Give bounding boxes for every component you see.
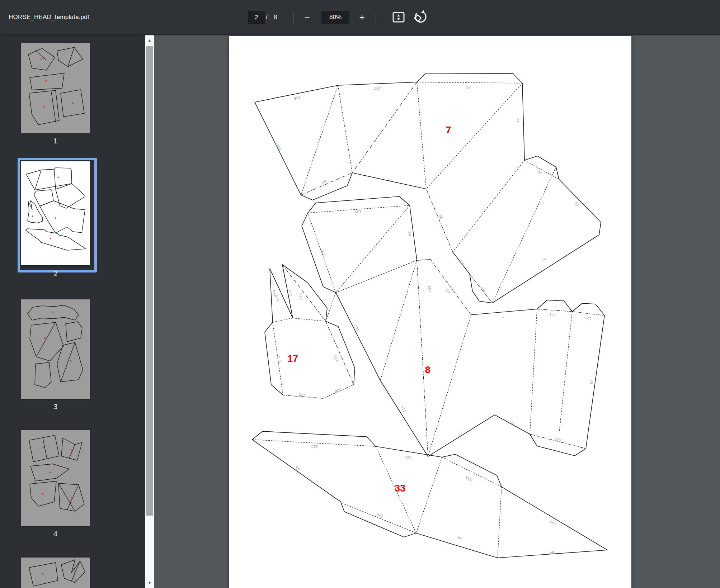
pdf-viewer-area: 1681571336248574966996288367133136681321…	[154, 35, 720, 588]
rotate-button[interactable]	[412, 9, 428, 25]
page-total: 8	[274, 0, 277, 34]
part-number-label: 17	[287, 353, 298, 364]
thumbnail-sidebar: 1 2	[0, 35, 145, 588]
edge-number-label: 157	[374, 86, 381, 91]
edge-number-label: 118	[549, 520, 556, 527]
thumbnail-label-2: 2	[21, 270, 90, 278]
toolbar-controls: / 8 − 80% +	[0, 0, 720, 34]
scrollbar-thumb[interactable]	[146, 46, 153, 516]
edge-number-label: 136	[334, 387, 342, 394]
edge-number-label: 97	[456, 535, 462, 540]
edge-number-label: 173	[333, 355, 339, 362]
edge-number-label: 68	[407, 231, 412, 236]
edge-number-label: 67	[541, 256, 547, 262]
edge-number-label: 122	[311, 444, 318, 449]
scrollbar-up-button[interactable]: ▲	[145, 35, 154, 46]
edge-number-label: 70	[509, 419, 516, 426]
scrollbar-down-button[interactable]: ▼	[145, 577, 154, 588]
part-number-label: 7	[446, 125, 451, 136]
selected-thumbnail-border	[18, 158, 97, 272]
part-number-label: 33	[395, 483, 405, 494]
edge-number-label: 67	[589, 380, 594, 385]
pdf-page-2[interactable]: 1681571336248574966996288367133136681321…	[229, 36, 631, 588]
edge-number-label: 172	[298, 293, 303, 300]
zoom-out-button[interactable]: −	[300, 0, 314, 34]
edge-number-label: 28	[459, 259, 465, 265]
thumbnail-label-3: 3	[21, 403, 90, 411]
edge-number-label: 96	[537, 169, 543, 175]
edge-number-label: 7	[503, 314, 505, 319]
edge-number-label: 4	[389, 177, 392, 182]
edge-number-label: 136	[320, 249, 326, 257]
edge-number-label: 133	[276, 143, 282, 151]
toolbar-separator	[293, 12, 294, 23]
pdf-toolbar: HORSE_HEAD_template.pdf / 8 − 80% +	[0, 0, 720, 35]
edge-number-label: 132	[444, 287, 451, 295]
edge-number-label: 85	[466, 85, 471, 89]
edge-number-label: 168	[293, 95, 301, 100]
edge-number-label: 72	[458, 430, 464, 436]
papercraft-template-drawing: 1681571336248574966996288367133136681321…	[229, 36, 631, 588]
thumbnail-page-3[interactable]: 3	[21, 299, 90, 399]
page-number-input[interactable]	[248, 11, 265, 24]
part-number-label: 8	[425, 365, 430, 375]
thumbnail-label-1: 1	[21, 137, 90, 145]
fit-to-page-button[interactable]	[390, 9, 407, 25]
zoom-level-display: 80%	[321, 11, 349, 24]
page-5-preview	[21, 558, 90, 588]
zoom-in-button[interactable]: +	[355, 0, 369, 34]
thumbnail-page-2[interactable]: 2	[21, 161, 90, 265]
edge-number-label: 135	[275, 295, 280, 302]
edge-number-label: 135	[400, 405, 407, 413]
template-piece-7-group	[255, 73, 601, 303]
edge-number-label: 83	[480, 286, 486, 293]
edge-number-label: 171	[276, 355, 282, 363]
edge-number-label: 94	[550, 550, 554, 555]
edge-number-label: 131	[549, 312, 556, 317]
thumbnail-page-4[interactable]: 4	[21, 430, 90, 526]
edge-number-label: 121	[465, 475, 472, 482]
edge-number-label: 142	[354, 324, 361, 332]
page-divider: /	[266, 0, 268, 34]
edge-number-label: 170	[298, 392, 306, 398]
edge-number-label: 96	[438, 214, 444, 219]
thumbnail-page-5[interactable]	[21, 558, 90, 588]
edge-number-label: 120	[376, 512, 384, 519]
toolbar-separator	[376, 12, 376, 23]
edge-number-label: 62	[321, 179, 327, 185]
edge-number-label: 129	[584, 316, 592, 321]
template-piece-17-group	[265, 265, 355, 398]
edge-number-label: 74	[516, 118, 521, 123]
fit-page-icon	[390, 21, 407, 27]
edge-number-label: 130	[555, 437, 563, 442]
edge-number-label: 69	[574, 201, 580, 207]
sidebar-scrollbar: ▲ ▼	[145, 35, 154, 588]
rotate-icon	[412, 21, 428, 27]
thumbnail-page-1[interactable]: 1	[21, 43, 90, 133]
page-4-preview	[21, 430, 90, 526]
edge-number-label: 133	[354, 209, 362, 214]
thumbnail-label-4: 4	[21, 530, 90, 538]
edge-number-label: 133	[428, 285, 432, 293]
page-3-preview	[21, 299, 90, 399]
template-piece-8-group	[302, 196, 604, 456]
page-1-preview	[21, 43, 90, 133]
edge-number-label: 174	[288, 289, 293, 296]
edge-number-label: 102	[404, 455, 411, 460]
